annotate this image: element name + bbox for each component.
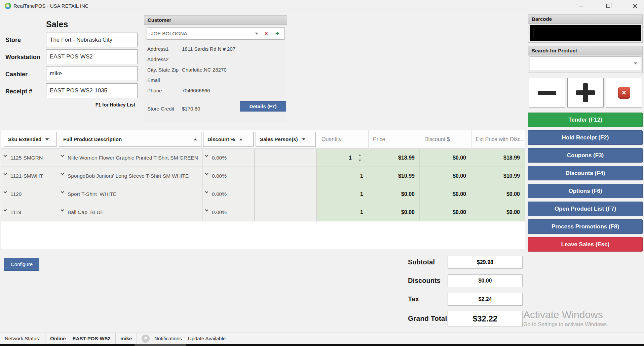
quantity-value: 1 xyxy=(317,167,368,185)
cell-discount-pct[interactable]: 0.00% xyxy=(202,203,255,221)
cashier-field[interactable]: mike xyxy=(46,66,138,81)
cell-sales-person[interactable] xyxy=(255,185,317,203)
cell-ext-price[interactable]: $10.99 xyxy=(471,167,525,185)
column-header-discount-amt[interactable]: Discount $ xyxy=(420,130,471,148)
cell-sales-person[interactable] xyxy=(255,203,317,221)
discount-pct-value: 0.00% xyxy=(202,167,254,185)
add-customer-icon[interactable]: + xyxy=(275,30,279,37)
close-button[interactable] xyxy=(624,0,644,12)
close-icon xyxy=(633,3,638,8)
subtotal-value: $29.98 xyxy=(448,256,523,269)
search-product-panel: Search for Product xyxy=(528,46,643,73)
cell-description[interactable]: Sport T-Shirt WHITE xyxy=(58,185,202,203)
cell-ext-price[interactable]: $0.00 xyxy=(471,203,525,221)
workstation-label: Workstation xyxy=(5,54,40,61)
column-header-ext-price[interactable]: Ext Price with Disc... xyxy=(471,130,525,148)
options-button[interactable]: Options (F6) xyxy=(528,184,643,198)
increase-qty-button[interactable] xyxy=(567,78,604,107)
receipt-field[interactable]: EAST-POS-WS2-1035 xyxy=(46,83,138,98)
cell-sku[interactable]: 1119 xyxy=(1,203,58,221)
clear-customer-icon[interactable]: × xyxy=(264,31,268,37)
cell-description[interactable]: Nlife Women Flower Graphic Printed T-Shi… xyxy=(58,149,202,167)
cell-quantity[interactable]: 1 xyxy=(317,149,368,167)
column-header-sales-person[interactable]: Sales Person(s) xyxy=(256,132,316,147)
notifications-link[interactable]: Notifications xyxy=(150,336,187,341)
discounts-button[interactable]: Discounts (F4) xyxy=(528,166,643,180)
cell-description[interactable]: SpongeBob Juniors' Long Sleeve T-Shirt S… xyxy=(58,167,202,185)
configure-button[interactable]: Configure xyxy=(4,258,39,271)
customer-panel: Customer JOE BOLOGNA × + Address11811 Sa… xyxy=(144,15,287,122)
status-workstation: EAST-POS-WS2 xyxy=(71,336,115,341)
column-header-description[interactable]: Full Product Description xyxy=(59,132,201,147)
taskbar-edge xyxy=(0,344,644,346)
cell-discount-amt[interactable]: $0.00 xyxy=(420,149,471,167)
cell-sales-person[interactable] xyxy=(255,167,317,185)
minus-icon xyxy=(538,91,556,95)
minimize-button[interactable] xyxy=(570,0,592,12)
chevron-down-icon[interactable] xyxy=(255,33,258,35)
taskbar-item xyxy=(135,344,186,346)
spinner-up-icon[interactable] xyxy=(358,154,361,156)
leave-sales-button[interactable]: Leave Sales (Esc) xyxy=(528,237,643,252)
cell-discount-pct[interactable]: 0.00% xyxy=(202,185,255,203)
barcode-input[interactable] xyxy=(530,25,641,41)
restore-button[interactable] xyxy=(597,0,619,12)
column-header-sku[interactable]: Sku Extended xyxy=(4,132,56,147)
column-header-quantity[interactable]: Quantity xyxy=(317,130,368,148)
price-value: $0.00 xyxy=(368,185,419,203)
cell-sku[interactable]: 1125-SMGRN xyxy=(1,149,58,167)
cell-price[interactable]: $18.99 xyxy=(368,149,420,167)
notifications-bell-icon[interactable] xyxy=(142,335,150,343)
cell-discount-amt[interactable]: $0.00 xyxy=(420,203,471,221)
remove-item-button[interactable]: × xyxy=(606,78,642,107)
workstation-field[interactable]: EAST-POS-WS2 xyxy=(46,49,138,64)
tender-button[interactable]: Tender (F12) xyxy=(528,113,643,127)
email-row: Email xyxy=(147,77,182,83)
cell-ext-price[interactable]: $18.99 xyxy=(471,149,525,167)
cell-ext-price[interactable]: $0.00 xyxy=(471,185,525,203)
cell-discount-amt[interactable]: $0.00 xyxy=(420,167,471,185)
cell-discount-pct[interactable]: 0.00% xyxy=(202,149,255,167)
cell-sales-person[interactable] xyxy=(255,149,317,167)
subtotal-label: Subtotal xyxy=(408,258,435,266)
description-value: SpongeBob Juniors' Long Sleeve T-Shirt S… xyxy=(58,167,202,185)
app-logo-icon xyxy=(5,3,11,9)
process-promotions-button[interactable]: Process Promotions (F8) xyxy=(528,219,643,234)
phone-value: 7046666666 xyxy=(182,88,210,93)
discount-pct-value: 0.00% xyxy=(202,185,254,203)
store-credit-value: $170.80 xyxy=(182,106,200,112)
spinner-down-icon[interactable] xyxy=(358,160,361,162)
app-window: RealTimePOS - USA RETAIL INC Sales Store… xyxy=(0,0,644,346)
update-available-link[interactable]: Update Available xyxy=(187,336,230,341)
cell-price[interactable]: $10.99 xyxy=(368,167,420,185)
cell-discount-amt[interactable]: $0.00 xyxy=(420,185,471,203)
receipt-label: Receipt # xyxy=(5,88,32,95)
cell-description[interactable]: Ball Cap BLUE xyxy=(58,203,202,221)
cell-quantity[interactable]: 1 xyxy=(317,203,368,221)
price-value: $10.99 xyxy=(368,167,419,185)
store-credit-label: Store Credit xyxy=(147,106,182,112)
city-state-zip-value: Charlotte,NC 28270 xyxy=(182,67,227,73)
open-product-list-button[interactable]: Open Product List (F7) xyxy=(528,202,643,216)
customer-select[interactable]: JOE BOLOGNA × + xyxy=(147,27,285,40)
cell-price[interactable]: $0.00 xyxy=(368,203,420,221)
cell-sku[interactable]: 1120 xyxy=(1,185,58,203)
coupons-button[interactable]: Coupons (F3) xyxy=(528,148,643,163)
cell-sku[interactable]: 1121-SMWHT xyxy=(1,167,58,185)
column-header-discount-pct[interactable]: Discount % xyxy=(203,132,254,147)
decrease-qty-button[interactable] xyxy=(529,78,565,107)
grand-total-label: Grand Total xyxy=(408,314,447,322)
address1-row: Address11811 Sardis Rd N # 207 xyxy=(147,46,235,52)
column-header-price[interactable]: Price xyxy=(368,130,420,148)
search-product-input[interactable] xyxy=(530,56,641,70)
cell-quantity[interactable]: 1 xyxy=(317,185,368,203)
chevron-down-icon[interactable] xyxy=(634,62,637,64)
address1-label: Address1 xyxy=(147,46,182,52)
cell-quantity[interactable]: 1 xyxy=(317,167,368,185)
hold-receipt-button[interactable]: Hold Receipt (F2) xyxy=(528,130,643,145)
tax-label: Tax xyxy=(408,295,419,303)
customer-details-button[interactable]: Details (F7) xyxy=(240,101,286,112)
store-field[interactable]: The Fort - Nebraska City xyxy=(46,33,138,47)
cell-price[interactable]: $0.00 xyxy=(368,185,420,203)
cell-discount-pct[interactable]: 0.00% xyxy=(202,167,255,185)
